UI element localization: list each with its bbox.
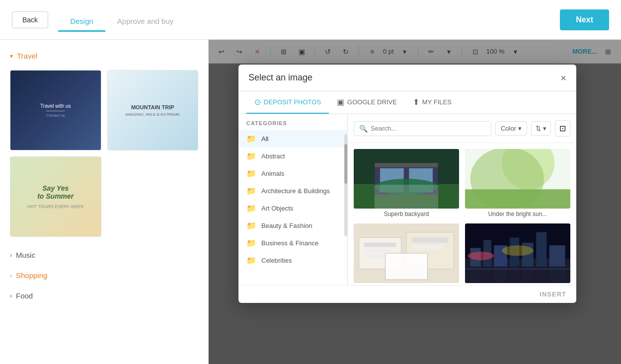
tab-deposit-label: DEPOSIT PHOTOS [264,98,321,106]
select-image-modal: Select an image × ⊙ DEPOSIT PHOTOS ▣ GOO… [238,65,576,303]
image-thumb-desk [354,223,459,283]
svg-rect-18 [412,245,444,249]
camera-icon: ⊙ [254,97,261,107]
modal-title: Select an image [248,73,312,83]
chevron-right-icon: › [10,252,12,259]
category-architecture-label: Architecture & Buildings [261,187,330,195]
image-caption-sun: Under the bright sun... [465,211,570,218]
svg-point-31 [467,252,494,260]
insert-button[interactable]: INSERT [540,291,566,298]
category-celebrities-label: Celebrities [261,257,292,264]
image-thumb-backyard [354,149,459,209]
chevron-right-icon-shopping: › [10,272,12,279]
tab-google-drive[interactable]: ▣ GOOGLE DRIVE [329,91,405,114]
folder-icon-beauty: 📁 [246,221,256,230]
sidebar: ▾ Travel Travel with us Contact us [0,40,209,364]
search-input-wrapper: 🔍 [354,121,491,136]
tab-deposit-photos[interactable]: ⊙ DEPOSIT PHOTOS [246,91,329,114]
image-item-sun[interactable]: Under the bright sun... [465,149,570,218]
image-item-desk[interactable] [354,223,459,285]
sidebar-section-label-music: Music [16,251,35,259]
sort-dropdown-icon: ▾ [543,125,546,132]
modal-footer: INSERT [238,285,576,303]
upload-icon: ⬆ [413,97,419,107]
color-dropdown-icon: ▾ [518,125,522,132]
sidebar-section-header-travel[interactable]: ▾ Travel [8,48,200,64]
nav-tabs: Design Approve and buy [58,10,185,30]
drive-icon: ▣ [337,97,344,107]
search-input[interactable] [371,125,486,132]
modal-tabs: ⊙ DEPOSIT PHOTOS ▣ GOOGLE DRIVE ⬆ MY FIL… [238,91,576,114]
tab-approve[interactable]: Approve and buy [105,12,185,32]
categories-scrollbar[interactable] [344,134,347,236]
folder-icon-all: 📁 [246,134,256,144]
template-preview-2: MOUNTAIN TRIP AMAZING, WILD & EXTREME [108,71,198,150]
modal-header: Select an image × [238,65,576,91]
svg-rect-17 [412,237,449,243]
category-animals-label: Animals [261,170,284,177]
chevron-right-icon-food: › [10,292,12,299]
category-business-label: Business & Finance [261,239,318,247]
svg-point-32 [502,245,534,256]
next-button[interactable]: Next [560,9,609,30]
svg-rect-19 [386,253,428,280]
image-item-city[interactable] [465,223,570,285]
category-art[interactable]: 📁 Art Objects [238,200,347,217]
category-business[interactable]: 📁 Business & Finance [238,234,347,252]
template-preview-3: Say Yes to Summer HOT TOURS EVERY WEEK [10,157,101,236]
sort-icon: ⇅ [536,125,541,132]
sidebar-section-food: › Food [8,288,200,304]
category-animals[interactable]: 📁 Animals [238,165,347,182]
sidebar-section-header-food[interactable]: › Food [8,288,200,304]
sidebar-section-music: › Music [8,247,200,263]
folder-icon-abstract: 📁 [246,151,256,161]
template-card-3[interactable]: Say Yes to Summer HOT TOURS EVERY WEEK [10,156,101,237]
tab-files-label: MY FILES [422,98,452,106]
categories-label: CATEGORIES [238,120,347,130]
image-thumb-sun [465,149,570,209]
folder-icon-celebrities: 📁 [246,256,256,265]
image-caption-backyard: Superb backyard [354,211,459,218]
color-filter-button[interactable]: Color ▾ [495,121,527,136]
svg-rect-13 [364,243,396,247]
sidebar-section-header-music[interactable]: › Music [8,247,200,263]
travel-templates: Travel with us Contact us MOUNTAIN TRIP … [8,64,200,243]
sidebar-section-header-shopping[interactable]: › Shopping [8,267,200,284]
canvas-area: ↩ ↪ ✕ ⊞ ▣ ↺ ↻ ≡ 0 pt ▾ ✏ ▾ ⊡ 100 % ▾ MOR… [209,40,621,364]
category-celebrities[interactable]: 📁 Celebrities [238,252,347,269]
modal-close-button[interactable]: × [560,73,566,83]
svg-rect-3 [375,163,438,167]
folder-icon-animals: 📁 [246,169,256,178]
svg-point-6 [375,179,438,195]
modal-overlay: Select an image × ⊙ DEPOSIT PHOTOS ▣ GOO… [209,40,621,364]
template-card-2[interactable]: MOUNTAIN TRIP AMAZING, WILD & EXTREME [107,70,199,150]
category-abstract[interactable]: 📁 Abstract [238,147,347,165]
category-art-label: Art Objects [261,205,293,212]
sort-filter-button[interactable]: ⇅ ▾ [531,121,551,136]
sidebar-section-label-shopping: Shopping [16,271,47,280]
sidebar-section-shopping: › Shopping [8,267,200,284]
search-icon: 🔍 [359,125,368,133]
category-beauty-label: Beauty & Fashion [261,222,312,229]
template-card-1[interactable]: Travel with us Contact us [10,70,101,150]
color-label: Color [501,125,516,132]
folder-icon-art: 📁 [246,204,256,213]
category-architecture[interactable]: 📁 Architecture & Buildings [238,182,347,200]
svg-rect-1 [354,184,459,209]
sidebar-section-label-travel: Travel [17,52,37,60]
sidebar-section-label-food: Food [16,291,33,300]
tab-my-files[interactable]: ⬆ MY FILES [405,91,460,114]
main-layout: ▾ Travel Travel with us Contact us [0,40,621,364]
image-grid: Superb backyard [348,143,576,285]
categories-panel: CATEGORIES 📁 All 📁 Abstract 📁 Animals [238,114,348,285]
category-beauty[interactable]: 📁 Beauty & Fashion [238,217,347,234]
category-all[interactable]: 📁 All [238,130,347,147]
results-panel: 🔍 Color ▾ ⇅ ▾ [348,114,576,285]
view-filter-button[interactable]: ⊡ [555,120,570,137]
svg-rect-10 [465,189,570,209]
categories-scrollbar-thumb [344,144,347,184]
tab-design[interactable]: Design [58,12,105,32]
back-button[interactable]: Back [12,11,48,28]
category-abstract-label: Abstract [261,152,285,160]
image-item-backyard[interactable]: Superb backyard [354,149,459,218]
